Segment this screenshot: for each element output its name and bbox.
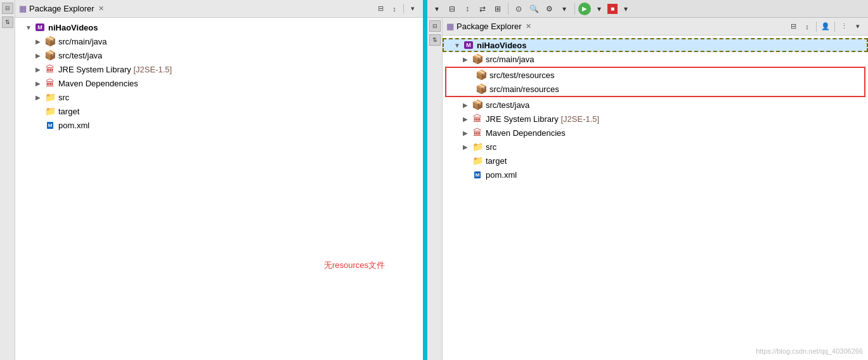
- left-item-label-1: src/test/java: [58, 51, 102, 60]
- right-item-icon-7: 📁: [472, 156, 483, 166]
- left-item-label-0: src/main/java: [58, 37, 107, 46]
- right-header-collapse-btn[interactable]: ⊟: [787, 20, 800, 33]
- right-header-sep2: [834, 22, 835, 32]
- right-panel-title-text: Package Explorer: [457, 22, 522, 31]
- right-project-label: niHaoVideos: [477, 41, 527, 50]
- right-item-label-4: JRE System Library [J2SE-1.5]: [486, 114, 599, 124]
- right-item-src-test-resources[interactable]: 📦 src/test/resources: [446, 68, 864, 82]
- left-item-icon-3: 🏛: [44, 78, 56, 88]
- left-item-pomxml[interactable]: M pom.xml: [15, 118, 423, 132]
- right-item-label-3: src/test/java: [486, 100, 529, 110]
- left-item-label-6: pom.xml: [58, 121, 89, 130]
- right-toolbar-btn-7[interactable]: 🔍: [527, 2, 541, 16]
- right-item-src-test-java[interactable]: 📦 src/test/java: [443, 98, 868, 112]
- right-item-jre[interactable]: 🏛 JRE System Library [J2SE-1.5]: [443, 112, 868, 126]
- right-item-icon-8: M: [472, 170, 483, 180]
- left-item-label-2: JRE System Library [J2SE-1.5]: [58, 65, 172, 74]
- left-project-label: niHaoVideos: [48, 23, 98, 32]
- left-panel-title-text: Package Explorer: [29, 4, 94, 13]
- right-item-arrow-3: [463, 102, 470, 109]
- right-run-btn[interactable]: ▶: [578, 3, 591, 15]
- right-toolbar-btn-6[interactable]: ⊙: [512, 2, 526, 16]
- watermark: https://blog.csdn.net/qq_40306266: [756, 347, 863, 355]
- left-item-arrow-1: [36, 52, 43, 59]
- right-toolbar-btn-5[interactable]: ⊞: [491, 2, 505, 16]
- left-item-icon-4: 📁: [44, 92, 56, 102]
- right-header-toolbar: ⊟ ↕ 👤 ⋮ ▾: [787, 20, 864, 33]
- right-toolbar-btn-12[interactable]: ▾: [619, 2, 633, 16]
- right-toolbar-btn-1[interactable]: ▾: [430, 2, 444, 16]
- left-item-arrow-4: [36, 94, 43, 101]
- right-toolbar-btn-3[interactable]: ↕: [460, 2, 474, 16]
- right-project-icon: M: [463, 40, 474, 50]
- left-header-menu-btn[interactable]: ▾: [406, 3, 419, 15]
- right-item-icon-4: 🏛: [472, 114, 483, 124]
- right-toolbar-btn-11[interactable]: ■: [607, 4, 618, 14]
- left-item-arrow-0: [36, 38, 43, 45]
- right-item-label-1: src/test/resources: [489, 70, 555, 80]
- left-project-icon: M: [34, 22, 46, 32]
- right-item-icon-2: 📦: [476, 84, 487, 94]
- left-project-root[interactable]: M niHaoVideos: [15, 20, 423, 34]
- right-item-label-8: pom.xml: [486, 170, 517, 180]
- right-item-pomxml[interactable]: M pom.xml: [443, 168, 868, 182]
- left-item-maven[interactable]: 🏛 Maven Dependencies: [15, 76, 423, 90]
- left-item-jre[interactable]: 🏛 JRE System Library [J2SE-1.5]: [15, 62, 423, 76]
- left-item-icon-5: 📁: [44, 106, 56, 116]
- left-header-toolbar: ⊟ ↕ ▾: [374, 3, 419, 15]
- left-annotation: 无resources文件: [324, 260, 385, 271]
- left-header-collapse-btn[interactable]: ⊟: [374, 3, 387, 15]
- right-item-label-7: target: [486, 156, 507, 166]
- left-item-arrow-2: [36, 66, 43, 73]
- left-panel-close[interactable]: ✕: [97, 4, 105, 13]
- right-item-arrow-6: [463, 143, 470, 150]
- left-toolbar-btn-2[interactable]: ⇅: [2, 17, 13, 28]
- right-panel-header: ▦ Package Explorer ✕ ⊟ ↕ 👤 ⋮ ▾: [443, 18, 868, 36]
- left-toolbar-btn-1[interactable]: ⊟: [2, 3, 13, 14]
- right-side-btn-1[interactable]: ⊟: [429, 20, 441, 32]
- left-item-src-main-java[interactable]: 📦 src/main/java: [15, 34, 423, 48]
- left-item-target[interactable]: 📁 target: [15, 104, 423, 118]
- right-item-src[interactable]: 📁 src: [443, 140, 868, 154]
- right-item-label-5: Maven Dependencies: [486, 128, 566, 138]
- left-item-icon-1: 📦: [44, 50, 56, 60]
- right-toolbar-btn-4[interactable]: ⇄: [476, 2, 489, 16]
- right-top-toolbar: ▾ ⊟ ↕ ⇄ ⊞ ⊙ 🔍 ⚙ ▾ ▶ ▾ ■ ▾: [427, 0, 868, 18]
- right-toolbar-btn-9[interactable]: ▾: [557, 2, 571, 16]
- right-item-maven[interactable]: 🏛 Maven Dependencies: [443, 126, 868, 140]
- right-toolbar-btn-10[interactable]: ▾: [592, 2, 606, 16]
- right-header-link-btn[interactable]: ↕: [801, 20, 813, 33]
- left-header-link-btn[interactable]: ↕: [388, 3, 401, 15]
- left-item-src[interactable]: 📁 src: [15, 90, 423, 104]
- right-highlight-box: 📦 src/test/resources 📦 src/main/resource…: [445, 67, 865, 97]
- right-panel-icon: ▦: [446, 22, 454, 31]
- left-side-toolbar: ⊟ ⇅: [0, 0, 15, 360]
- left-item-icon-6: M: [44, 120, 56, 130]
- left-item-src-test-java[interactable]: 📦 src/test/java: [15, 48, 423, 62]
- left-panel-header: ▦ Package Explorer ✕ ⊟ ↕ ▾: [15, 0, 423, 18]
- right-item-icon-3: 📦: [472, 100, 483, 110]
- right-header-menu-btn[interactable]: ▾: [852, 20, 864, 33]
- right-item-src-main-resources[interactable]: 📦 src/main/resources: [446, 82, 864, 96]
- right-side-btn-2[interactable]: ⇅: [429, 34, 441, 46]
- left-root-arrow: [25, 24, 33, 31]
- right-item-target[interactable]: 📁 target: [443, 154, 868, 168]
- right-toolbar-btn-8[interactable]: ⚙: [542, 2, 556, 16]
- main-wrapper: ⊟ ⇅ ▦ Package Explorer ✕ ⊟ ↕ ▾: [0, 0, 868, 360]
- right-header-more-btn[interactable]: ⋮: [838, 20, 850, 33]
- right-header-person-btn[interactable]: 👤: [819, 20, 832, 33]
- right-project-root[interactable]: M niHaoVideos: [443, 38, 868, 52]
- left-item-icon-2: 🏛: [44, 64, 56, 74]
- right-item-arrow-4: [463, 116, 470, 123]
- right-item-arrow-5: [463, 130, 470, 137]
- left-item-label-3: Maven Dependencies: [58, 79, 138, 88]
- left-item-label-5: target: [58, 107, 79, 116]
- right-panel-close[interactable]: ✕: [524, 22, 533, 30]
- right-item-src-main-java[interactable]: 📦 src/main/java: [443, 52, 868, 66]
- right-toolbar-btn-2[interactable]: ⊟: [445, 2, 459, 16]
- right-item-icon-0: 📦: [472, 54, 483, 64]
- right-item-icon-5: 🏛: [472, 128, 483, 138]
- right-panel-title: ▦ Package Explorer ✕: [446, 22, 784, 31]
- left-item-arrow-3: [36, 80, 43, 87]
- right-item-icon-6: 📁: [472, 142, 483, 152]
